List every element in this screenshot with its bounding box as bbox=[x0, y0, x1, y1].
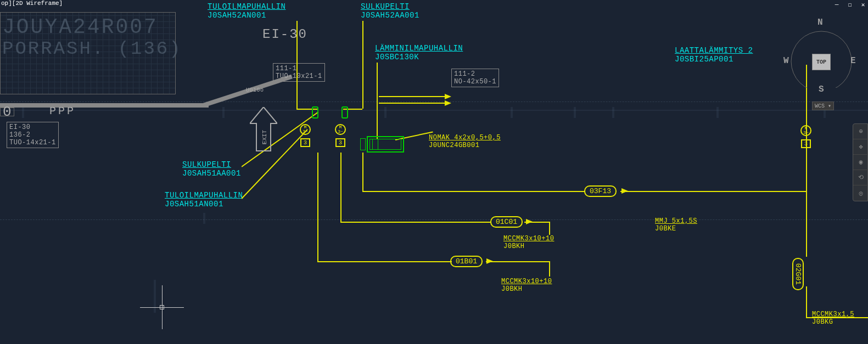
pill-01b01[interactable]: 01B01 bbox=[450, 256, 483, 267]
motor-symbol[interactable]: M 3~ bbox=[800, 125, 811, 136]
zero-marker: 0 bbox=[0, 108, 14, 116]
label-sulku-51[interactable]: SULKUPELTI J0SAH51AA001 bbox=[182, 160, 241, 178]
exit-arrow-icon: EXIT bbox=[250, 107, 277, 156]
callout-mccmk-3: MCCMK3x1,5 J0BKG bbox=[812, 311, 854, 326]
arrowhead-icon bbox=[621, 185, 638, 196]
graybox-ei30: EI-30 136-2 TUO-14x21-1 bbox=[7, 122, 59, 148]
ppp-label: PPP bbox=[49, 108, 76, 115]
graybox-111-1: 111-1 TUO-10x21-1 bbox=[273, 63, 325, 82]
viewcube-top[interactable]: TOP bbox=[812, 54, 831, 70]
arrow-icon bbox=[379, 92, 456, 109]
green-tag bbox=[360, 138, 366, 150]
label-tuloilma-52[interactable]: TULOILMAPUHALLIN J0SAH52AN001 bbox=[208, 2, 285, 20]
svg-marker-7 bbox=[526, 219, 533, 224]
max-button[interactable]: ☐ bbox=[845, 0, 855, 9]
label-tuloilma-51[interactable]: TULOILMAPUHALLIN J0SAH51AN001 bbox=[165, 191, 243, 208]
nav-wheel-icon[interactable]: ⊕ bbox=[853, 124, 868, 139]
graybox-111-2: 111-2 NO-42x50-1 bbox=[451, 69, 499, 87]
room-code: JOUYA24R007 bbox=[2, 15, 158, 39]
callout-mmj: MMJ 5x1,5S J0BKE bbox=[655, 217, 697, 233]
svg-marker-3 bbox=[445, 100, 451, 106]
room-name: PORRASH. (136) bbox=[2, 38, 182, 59]
pill-02g01[interactable]: 02G01 bbox=[792, 258, 804, 290]
label-lammin[interactable]: LÄMMINILMAPUHALLIN J0SBC130K bbox=[375, 44, 463, 61]
pill-01c01[interactable]: 01C01 bbox=[490, 216, 523, 228]
nav-pan-icon[interactable]: ✥ bbox=[853, 139, 868, 155]
viewcube-e[interactable]: E bbox=[850, 56, 856, 66]
motor-symbol[interactable]: M 3~ bbox=[335, 124, 346, 135]
label-sulku-52[interactable]: SULKUPELTI J0SAH52AA001 bbox=[361, 2, 419, 20]
pill-03f13[interactable]: 03F13 bbox=[584, 185, 617, 197]
viewcube[interactable]: N S W E TOP bbox=[780, 11, 857, 88]
viewport-title: op][2D Wireframe] bbox=[0, 0, 63, 8]
arrowhead-icon bbox=[486, 256, 495, 267]
ei30-label: EI-30 bbox=[262, 31, 307, 38]
junction-box[interactable]: 3 bbox=[335, 138, 345, 147]
nav-bar: ⊕ ✥ ◉ ⟲ ◎ bbox=[853, 123, 868, 201]
motor-symbol[interactable]: M 3~ bbox=[300, 124, 311, 135]
svg-marker-8 bbox=[486, 258, 493, 264]
junction-box[interactable]: 3 bbox=[300, 138, 310, 147]
min-button[interactable]: — bbox=[832, 0, 842, 9]
viewcube-w[interactable]: W bbox=[783, 56, 789, 66]
crosshair-cursor bbox=[140, 285, 184, 329]
junction-box[interactable]: 3 bbox=[801, 139, 811, 148]
viewcube-n[interactable]: N bbox=[817, 18, 823, 27]
nav-orbit-icon[interactable]: ⟲ bbox=[853, 170, 868, 185]
close-button[interactable]: ✕ bbox=[858, 0, 868, 9]
label-laatta[interactable]: LAATTALÄMMITYS 2 J0SBI25AP001 bbox=[675, 46, 753, 64]
green-valve[interactable] bbox=[341, 106, 348, 119]
u010o-label: U010o bbox=[246, 87, 264, 94]
nav-zoom-icon[interactable]: ◉ bbox=[853, 155, 868, 170]
svg-text:EXIT: EXIT bbox=[261, 129, 268, 144]
svg-marker-1 bbox=[445, 94, 451, 99]
window-controls: — ☐ ✕ bbox=[832, 0, 868, 9]
nav-show-icon[interactable]: ◎ bbox=[853, 185, 868, 201]
svg-marker-6 bbox=[621, 188, 628, 194]
wcs-button[interactable]: WCS ▾ bbox=[812, 101, 834, 110]
green-unit[interactable] bbox=[367, 136, 404, 153]
cad-canvas[interactable]: op][2D Wireframe] — ☐ ✕ JOUYA24R007 PORR… bbox=[0, 0, 868, 344]
callout-mccmk-2: MCCMK3x10+10 J0BKH bbox=[501, 278, 552, 293]
arrowhead-icon bbox=[526, 216, 535, 227]
callout-mccmk-1: MCCMK3x10+10 J0BKH bbox=[503, 235, 554, 250]
callout-nomak: NOMAK 4x2x0,5+0,5 J0UNC24GB001 bbox=[429, 134, 501, 149]
green-valve[interactable] bbox=[312, 106, 318, 119]
viewcube-s[interactable]: S bbox=[819, 84, 824, 94]
